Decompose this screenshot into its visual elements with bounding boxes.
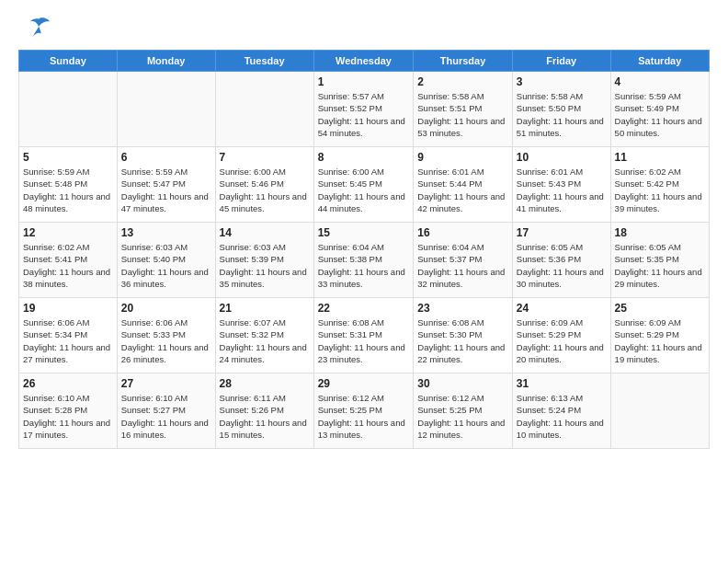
day-info: Sunrise: 6:04 AMSunset: 5:37 PMDaylight:… xyxy=(417,241,508,290)
calendar-cell: 31Sunrise: 6:13 AMSunset: 5:24 PMDayligh… xyxy=(512,373,610,449)
day-number: 3 xyxy=(517,75,607,88)
day-info: Sunrise: 6:04 AMSunset: 5:38 PMDaylight:… xyxy=(318,241,410,290)
calendar-week-row: 5Sunrise: 5:59 AMSunset: 5:48 PMDaylight… xyxy=(19,147,710,223)
day-info: Sunrise: 6:09 AMSunset: 5:29 PMDaylight:… xyxy=(615,316,705,365)
day-of-week-header: Saturday xyxy=(610,51,709,72)
calendar-week-row: 1Sunrise: 5:57 AMSunset: 5:52 PMDaylight… xyxy=(19,72,710,147)
day-info: Sunrise: 6:13 AMSunset: 5:24 PMDaylight:… xyxy=(517,392,607,441)
day-info: Sunrise: 6:10 AMSunset: 5:28 PMDaylight:… xyxy=(23,392,113,441)
day-info: Sunrise: 5:59 AMSunset: 5:49 PMDaylight:… xyxy=(615,90,705,139)
calendar-cell: 11Sunrise: 6:02 AMSunset: 5:42 PMDayligh… xyxy=(610,147,709,223)
calendar-cell: 3Sunrise: 5:58 AMSunset: 5:50 PMDaylight… xyxy=(512,72,610,147)
calendar-cell: 25Sunrise: 6:09 AMSunset: 5:29 PMDayligh… xyxy=(610,298,709,373)
calendar-cell: 6Sunrise: 5:59 AMSunset: 5:47 PMDaylight… xyxy=(117,147,215,223)
day-of-week-header: Thursday xyxy=(414,51,513,72)
day-number: 11 xyxy=(615,151,705,164)
day-info: Sunrise: 5:58 AMSunset: 5:50 PMDaylight:… xyxy=(517,90,607,139)
calendar-cell: 18Sunrise: 6:05 AMSunset: 5:35 PMDayligh… xyxy=(610,223,709,298)
calendar-cell: 14Sunrise: 6:03 AMSunset: 5:39 PMDayligh… xyxy=(215,223,313,298)
day-number: 31 xyxy=(517,377,607,390)
calendar-cell: 17Sunrise: 6:05 AMSunset: 5:36 PMDayligh… xyxy=(512,223,610,298)
day-info: Sunrise: 5:58 AMSunset: 5:51 PMDaylight:… xyxy=(417,90,508,139)
logo-bird-icon xyxy=(26,15,51,40)
calendar-cell: 23Sunrise: 6:08 AMSunset: 5:30 PMDayligh… xyxy=(414,298,513,373)
day-of-week-header: Wednesday xyxy=(313,51,414,72)
day-of-week-header: Monday xyxy=(117,51,215,72)
day-info: Sunrise: 6:06 AMSunset: 5:34 PMDaylight:… xyxy=(23,316,113,365)
day-number: 18 xyxy=(615,226,705,239)
day-number: 9 xyxy=(417,151,508,164)
day-info: Sunrise: 6:07 AMSunset: 5:32 PMDaylight:… xyxy=(220,316,310,365)
day-number: 23 xyxy=(417,302,508,315)
calendar-cell: 16Sunrise: 6:04 AMSunset: 5:37 PMDayligh… xyxy=(414,223,513,298)
day-number: 27 xyxy=(121,377,211,390)
day-of-week-header: Tuesday xyxy=(215,51,313,72)
calendar-week-row: 19Sunrise: 6:06 AMSunset: 5:34 PMDayligh… xyxy=(19,298,710,373)
calendar-cell: 4Sunrise: 5:59 AMSunset: 5:49 PMDaylight… xyxy=(610,72,709,147)
logo xyxy=(18,15,51,40)
calendar-cell xyxy=(117,72,215,147)
calendar-cell: 24Sunrise: 6:09 AMSunset: 5:29 PMDayligh… xyxy=(512,298,610,373)
day-info: Sunrise: 6:01 AMSunset: 5:43 PMDaylight:… xyxy=(517,166,607,214)
calendar-cell: 27Sunrise: 6:10 AMSunset: 5:27 PMDayligh… xyxy=(117,373,215,449)
day-info: Sunrise: 6:08 AMSunset: 5:30 PMDaylight:… xyxy=(417,316,508,365)
day-number: 26 xyxy=(23,377,113,390)
calendar-cell: 13Sunrise: 6:03 AMSunset: 5:40 PMDayligh… xyxy=(117,223,215,298)
calendar-cell: 1Sunrise: 5:57 AMSunset: 5:52 PMDaylight… xyxy=(313,72,414,147)
calendar-header-row: SundayMondayTuesdayWednesdayThursdayFrid… xyxy=(19,51,710,72)
day-number: 16 xyxy=(417,226,508,239)
day-info: Sunrise: 6:00 AMSunset: 5:45 PMDaylight:… xyxy=(318,166,410,214)
day-info: Sunrise: 6:02 AMSunset: 5:41 PMDaylight:… xyxy=(23,241,113,290)
day-info: Sunrise: 6:03 AMSunset: 5:40 PMDaylight:… xyxy=(121,241,211,290)
day-info: Sunrise: 6:06 AMSunset: 5:33 PMDaylight:… xyxy=(121,316,211,365)
day-number: 30 xyxy=(417,377,508,390)
day-info: Sunrise: 6:03 AMSunset: 5:39 PMDaylight:… xyxy=(220,241,310,290)
calendar-cell: 26Sunrise: 6:10 AMSunset: 5:28 PMDayligh… xyxy=(19,373,118,449)
calendar-cell: 5Sunrise: 5:59 AMSunset: 5:48 PMDaylight… xyxy=(19,147,118,223)
calendar-cell: 2Sunrise: 5:58 AMSunset: 5:51 PMDaylight… xyxy=(414,72,513,147)
calendar-cell: 15Sunrise: 6:04 AMSunset: 5:38 PMDayligh… xyxy=(313,223,414,298)
day-number: 4 xyxy=(615,75,705,88)
day-info: Sunrise: 6:12 AMSunset: 5:25 PMDaylight:… xyxy=(318,392,410,441)
day-number: 17 xyxy=(517,226,607,239)
day-number: 8 xyxy=(318,151,410,164)
day-info: Sunrise: 5:57 AMSunset: 5:52 PMDaylight:… xyxy=(318,90,410,139)
day-info: Sunrise: 5:59 AMSunset: 5:48 PMDaylight:… xyxy=(23,166,113,214)
day-number: 7 xyxy=(220,151,310,164)
calendar-week-row: 26Sunrise: 6:10 AMSunset: 5:28 PMDayligh… xyxy=(19,373,710,449)
calendar-week-row: 12Sunrise: 6:02 AMSunset: 5:41 PMDayligh… xyxy=(19,223,710,298)
calendar-table: SundayMondayTuesdayWednesdayThursdayFrid… xyxy=(18,50,710,449)
calendar-cell: 7Sunrise: 6:00 AMSunset: 5:46 PMDaylight… xyxy=(215,147,313,223)
calendar-cell: 19Sunrise: 6:06 AMSunset: 5:34 PMDayligh… xyxy=(19,298,118,373)
day-number: 28 xyxy=(220,377,310,390)
day-info: Sunrise: 6:01 AMSunset: 5:44 PMDaylight:… xyxy=(417,166,508,214)
calendar-cell xyxy=(215,72,313,147)
day-number: 15 xyxy=(318,226,410,239)
day-number: 2 xyxy=(417,75,508,88)
day-number: 14 xyxy=(220,226,310,239)
day-number: 6 xyxy=(121,151,211,164)
calendar-cell: 20Sunrise: 6:06 AMSunset: 5:33 PMDayligh… xyxy=(117,298,215,373)
day-info: Sunrise: 6:09 AMSunset: 5:29 PMDaylight:… xyxy=(517,316,607,365)
day-info: Sunrise: 6:12 AMSunset: 5:25 PMDaylight:… xyxy=(417,392,508,441)
day-info: Sunrise: 6:02 AMSunset: 5:42 PMDaylight:… xyxy=(615,166,705,214)
calendar-cell xyxy=(610,373,709,449)
day-info: Sunrise: 6:05 AMSunset: 5:36 PMDaylight:… xyxy=(517,241,607,290)
day-info: Sunrise: 6:00 AMSunset: 5:46 PMDaylight:… xyxy=(220,166,310,214)
calendar-cell: 29Sunrise: 6:12 AMSunset: 5:25 PMDayligh… xyxy=(313,373,414,449)
day-of-week-header: Friday xyxy=(512,51,610,72)
day-info: Sunrise: 6:05 AMSunset: 5:35 PMDaylight:… xyxy=(615,241,705,290)
day-info: Sunrise: 6:08 AMSunset: 5:31 PMDaylight:… xyxy=(318,316,410,365)
calendar-cell: 22Sunrise: 6:08 AMSunset: 5:31 PMDayligh… xyxy=(313,298,414,373)
page: SundayMondayTuesdayWednesdayThursdayFrid… xyxy=(0,0,728,563)
day-number: 20 xyxy=(121,302,211,315)
day-number: 29 xyxy=(318,377,410,390)
calendar-cell xyxy=(19,72,118,147)
day-number: 10 xyxy=(517,151,607,164)
calendar-cell: 8Sunrise: 6:00 AMSunset: 5:45 PMDaylight… xyxy=(313,147,414,223)
day-number: 12 xyxy=(23,226,113,239)
calendar-cell: 12Sunrise: 6:02 AMSunset: 5:41 PMDayligh… xyxy=(19,223,118,298)
day-number: 25 xyxy=(615,302,705,315)
day-number: 21 xyxy=(220,302,310,315)
calendar-cell: 9Sunrise: 6:01 AMSunset: 5:44 PMDaylight… xyxy=(414,147,513,223)
